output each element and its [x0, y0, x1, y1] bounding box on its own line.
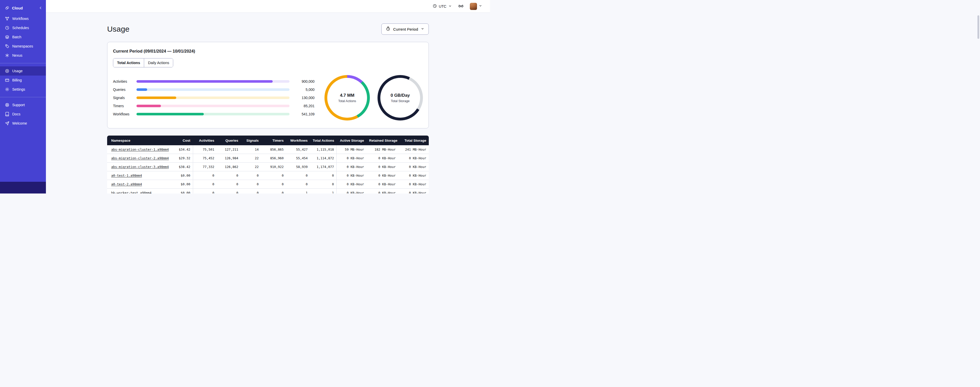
table-cell: 1,115,018 [310, 145, 336, 154]
sidebar-item-settings[interactable]: Settings [0, 85, 46, 94]
tab-daily-actions[interactable]: Daily Actions [144, 58, 173, 67]
namespace-link[interactable]: bk-worker-test.a98mm4 [111, 191, 151, 194]
sidebar-item-billing[interactable]: Billing [0, 75, 46, 85]
column-header: Cost [171, 136, 193, 145]
table-cell: 856,865 [261, 145, 286, 154]
table-cell: 1 [286, 189, 310, 194]
content: Usage Current Period Current Period (09/… [46, 13, 490, 194]
donut-center: 4.7 MM Total Actions [325, 75, 370, 120]
namespace-link[interactable]: abs-migration-cluster-3.a98mm4 [111, 165, 169, 169]
sidebar-item-label: Support [12, 103, 25, 107]
sidebar-item-usage[interactable]: Usage [0, 66, 46, 75]
usage-bar-row: Activities900,000 [113, 79, 315, 83]
bar-fill [137, 88, 147, 91]
usage-icon [5, 69, 10, 73]
donut-center: 0 GB/Day Total Storage [377, 75, 423, 120]
column-header: Workflows [286, 136, 310, 145]
usage-bar-row: Signals130,000 [113, 96, 315, 100]
donut-value: 4.7 MM [340, 93, 355, 98]
sidebar-item-label: Nexus [12, 53, 22, 58]
bar-label: Timers [113, 104, 137, 108]
sidebar-item-nexus[interactable]: Nexus [0, 51, 46, 60]
namespace-link[interactable]: abs-migration-cluster-1.a98mm4 [111, 147, 169, 151]
main-area: UTC Usage Current Period [46, 0, 490, 194]
namespace-link[interactable]: abs-migration-cluster-2.a98mm4 [111, 156, 169, 160]
table-row: abs-migration-cluster-3.a98mm4$38.4277,3… [107, 163, 429, 171]
stopwatch-icon [386, 26, 391, 32]
page-head: Usage Current Period [107, 24, 429, 35]
table-cell: 0 KB-Hour [366, 163, 398, 171]
table-cell: $0.00 [171, 189, 193, 194]
sidebar-nav-help: SupportDocsWelcome [0, 99, 46, 129]
timezone-selector[interactable]: UTC [433, 4, 452, 9]
table-row: a0-test-2.a98mm4$0.000000000 KB-Hour0 KB… [107, 180, 429, 189]
bar-track [137, 80, 290, 83]
donut-value: 0 GB/Day [391, 93, 410, 98]
sidebar-item-docs[interactable]: Docs [0, 110, 46, 119]
namespace-link[interactable]: a0-test-1.a98mm4 [111, 174, 142, 178]
table-cell: 0 [261, 171, 286, 180]
user-menu[interactable] [470, 3, 482, 10]
sidebar-item-batch[interactable]: Batch [0, 32, 46, 42]
table-cell: 0 [217, 189, 241, 194]
sidebar-item-workflows[interactable]: Workflows [0, 14, 46, 23]
tab-total-actions[interactable]: Total Actions [113, 58, 144, 67]
table-cell: $34.42 [171, 145, 193, 154]
table-cell: 0 KB-Hour [336, 154, 366, 163]
donut-label: Total Storage [391, 99, 410, 103]
sidebar-item-support[interactable]: Support [0, 100, 46, 110]
table-row: abs-migration-cluster-2.a98mm4$29.3275,4… [107, 154, 429, 163]
table-header-row: NamespaceCostActivitiesQueriesSignalsTim… [107, 136, 429, 145]
goggles-icon [458, 3, 464, 10]
sidebar-item-label: Settings [12, 87, 25, 91]
table-cell: 55,454 [286, 154, 310, 163]
sidebar-item-label: Billing [12, 78, 22, 82]
chevron-down-icon [421, 27, 425, 31]
current-period-card: Current Period (09/01/2024 — 10/01/2024)… [107, 42, 429, 128]
table-row: abs-migration-cluster-1.a98mm4$34.4275,5… [107, 145, 429, 154]
workflows-icon [5, 16, 10, 21]
bar-label: Activities [113, 79, 137, 83]
table-cell: 0 KB-Hour [398, 154, 429, 163]
sidebar-item-label: Schedules [12, 26, 29, 30]
table-cell: 0 [193, 189, 217, 194]
total-actions-donut: 4.7 MM Total Actions [325, 75, 370, 120]
card-title: Current Period (09/01/2024 — 10/01/2024) [113, 49, 423, 54]
app-root: Cloud WorkflowsSchedulesBatchNamespacesN… [0, 0, 490, 194]
goggles-button[interactable] [458, 3, 464, 10]
total-storage-donut: 0 GB/Day Total Storage [377, 75, 423, 120]
bar-fill [137, 113, 204, 115]
namespace-cell: abs-migration-cluster-1.a98mm4 [107, 145, 171, 154]
namespace-link[interactable]: a0-test-2.a98mm4 [111, 182, 142, 186]
column-header: Active Storage [336, 136, 366, 145]
nexus-icon [5, 53, 10, 58]
table-cell: 856,960 [261, 154, 286, 163]
sidebar: Cloud WorkflowsSchedulesBatchNamespacesN… [0, 0, 46, 194]
sidebar-logo-label: Cloud [12, 6, 23, 10]
sidebar-item-namespaces[interactable]: Namespaces [0, 42, 46, 51]
sidebar-item-label: Welcome [12, 121, 27, 125]
table-cell: 59 MB-Hour [336, 145, 366, 154]
sidebar-collapse-button[interactable] [38, 6, 43, 10]
bar-value: 900,000 [290, 79, 315, 83]
sidebar-item-welcome[interactable]: Welcome [0, 119, 46, 128]
clock-icon [433, 4, 437, 9]
table-cell: 0 KB-Hour [398, 180, 429, 189]
table-cell: 0 [241, 180, 261, 189]
table-cell: 22 [241, 163, 261, 171]
welcome-icon [5, 121, 10, 126]
sidebar-item-label: Batch [12, 35, 21, 39]
table-cell: 0 [241, 189, 261, 194]
topbar: UTC [46, 0, 490, 13]
column-header: Timers [261, 136, 286, 145]
column-header: Retained Storage [366, 136, 398, 145]
page-title: Usage [107, 25, 130, 34]
bar-track [137, 113, 290, 115]
table-cell: 182 MB-Hour [366, 145, 398, 154]
sidebar-item-schedules[interactable]: Schedules [0, 23, 46, 32]
namespace-cell: a0-test-2.a98mm4 [107, 180, 171, 189]
table-cell: 55,427 [286, 145, 310, 154]
period-selector[interactable]: Current Period [381, 24, 429, 35]
table-cell: 0 [261, 189, 286, 194]
timezone-label: UTC [439, 4, 446, 8]
